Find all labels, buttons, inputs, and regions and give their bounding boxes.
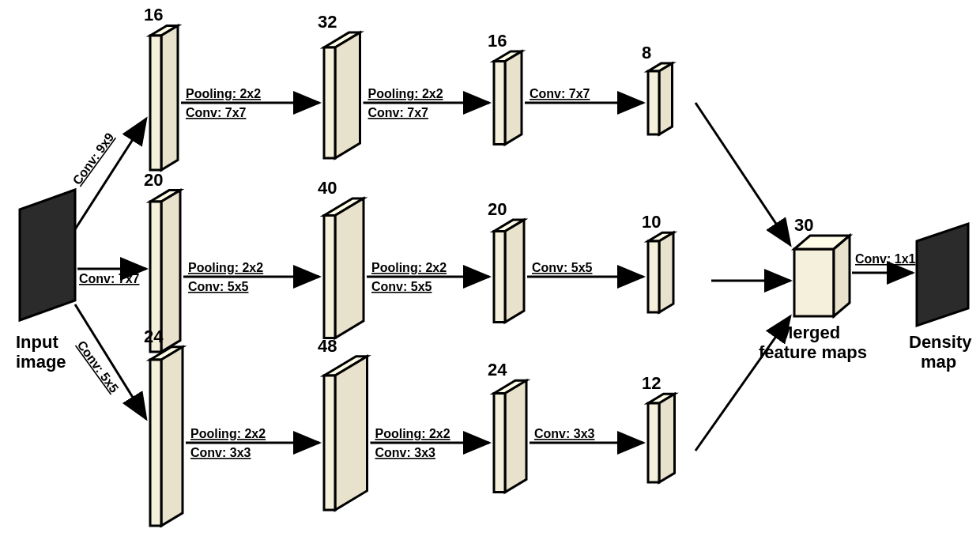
svg-marker-40 bbox=[834, 236, 850, 316]
svg-marker-13 bbox=[648, 71, 659, 134]
svg-marker-36 bbox=[659, 394, 675, 482]
branch-top-op-2-l1: Pooling: 2x2 bbox=[368, 87, 443, 100]
branch-top-op-2-l2: Conv: 7x7 bbox=[368, 106, 429, 119]
branch-bottom-op-3-l1: Conv: 3x3 bbox=[534, 427, 595, 440]
svg-marker-18 bbox=[335, 198, 364, 338]
branch-bottom-block-1-channels: 48 bbox=[318, 336, 337, 356]
branch-middle-op-2-l2: Conv: 5x5 bbox=[371, 280, 432, 293]
branch-bottom-block-2 bbox=[494, 380, 526, 492]
branch-top-block-3 bbox=[648, 63, 673, 134]
svg-marker-25 bbox=[648, 241, 659, 312]
svg-marker-21 bbox=[505, 220, 524, 322]
branches: 1632Pooling: 2x2Conv: 7x716Pooling: 2x2C… bbox=[144, 5, 675, 526]
branch-middle-block-3-channels: 10 bbox=[642, 212, 661, 232]
branch-bottom-op-1-l1: Pooling: 2x2 bbox=[190, 427, 266, 440]
svg-marker-33 bbox=[505, 380, 526, 492]
svg-marker-34 bbox=[494, 394, 505, 493]
branch-middle-op-3-l1: Conv: 5x5 bbox=[532, 261, 593, 274]
branch-top-op-1-l2: Conv: 7x7 bbox=[186, 106, 247, 119]
svg-marker-7 bbox=[324, 47, 335, 158]
branch-middle-block-3 bbox=[648, 232, 673, 312]
branch-middle-block-2-channels: 20 bbox=[488, 199, 507, 219]
branch-top-op-1-l1: Pooling: 2x2 bbox=[186, 87, 261, 100]
svg-marker-3 bbox=[161, 25, 178, 170]
merged-feature-maps-block bbox=[794, 236, 850, 316]
svg-marker-22 bbox=[494, 232, 505, 323]
branch-top-op-3-l1: Conv: 7x7 bbox=[530, 87, 590, 100]
init-conv-mid-label: Conv: 7x7 bbox=[79, 272, 140, 285]
svg-marker-24 bbox=[659, 232, 673, 312]
merged-channels-label: 30 bbox=[794, 215, 813, 235]
svg-marker-10 bbox=[494, 62, 505, 145]
branch-bottom-op-2-l2: Conv: 3x3 bbox=[375, 446, 436, 459]
svg-marker-6 bbox=[335, 32, 360, 158]
svg-marker-12 bbox=[659, 63, 673, 134]
branch-top-block-3-channels: 8 bbox=[642, 43, 651, 62]
svg-marker-31 bbox=[324, 376, 335, 510]
density-label-l2: map bbox=[921, 352, 956, 372]
input-label-line2: image bbox=[16, 352, 66, 372]
input-image-block bbox=[20, 190, 75, 320]
init-arrow-bot bbox=[75, 304, 146, 419]
branch-top-block-0-channels: 16 bbox=[144, 5, 163, 25]
branch-bottom-op-1-l2: Conv: 3x3 bbox=[190, 446, 251, 459]
branch-bottom-op-2-l1: Pooling: 2x2 bbox=[375, 427, 450, 440]
branch-bottom-block-0-channels: 24 bbox=[144, 327, 164, 346]
merged-label-l2: feature maps bbox=[759, 342, 867, 362]
svg-marker-9 bbox=[505, 51, 522, 145]
density-map-block bbox=[917, 224, 968, 326]
branch-top-block-1-channels: 32 bbox=[318, 12, 337, 32]
branch-top-block-2-channels: 16 bbox=[488, 31, 507, 51]
svg-marker-1 bbox=[20, 190, 75, 320]
branch-bottom-block-3-channels: 12 bbox=[642, 373, 661, 393]
init-conv-top-label: Conv: 9x9 bbox=[70, 130, 117, 187]
svg-marker-27 bbox=[161, 347, 183, 526]
input-label-line1: Input bbox=[16, 332, 58, 352]
branch-middle-op-2-l1: Pooling: 2x2 bbox=[371, 261, 447, 274]
branch-top-block-2 bbox=[494, 51, 522, 145]
branch-middle-op-1-l1: Pooling: 2x2 bbox=[188, 261, 263, 274]
branch-middle-block-0-channels: 20 bbox=[144, 170, 163, 190]
density-label-l1: Density bbox=[909, 332, 972, 352]
branch-middle-block-1 bbox=[324, 198, 364, 338]
branch-bottom-block-2-channels: 24 bbox=[488, 360, 507, 380]
merged-label-l1: Merged bbox=[778, 323, 840, 342]
svg-marker-4 bbox=[150, 36, 161, 170]
svg-marker-19 bbox=[324, 216, 335, 338]
merge-arrow-bot bbox=[695, 316, 790, 451]
branch-middle-block-2 bbox=[494, 220, 524, 322]
branch-top-block-1 bbox=[324, 32, 360, 158]
branch-bottom-block-1 bbox=[324, 357, 368, 510]
final-conv-label: Conv: 1x1 bbox=[855, 252, 916, 266]
svg-marker-28 bbox=[150, 360, 161, 526]
architecture-diagram: Input image 1632Pooling: 2x2Conv: 7x716P… bbox=[0, 0, 980, 540]
branch-bottom-block-0 bbox=[150, 347, 183, 526]
svg-marker-37 bbox=[648, 403, 659, 482]
branch-middle-block-1-channels: 40 bbox=[318, 178, 337, 198]
branch-top-block-0 bbox=[150, 25, 178, 170]
svg-marker-30 bbox=[335, 357, 368, 510]
svg-marker-41 bbox=[917, 224, 968, 326]
svg-marker-38 bbox=[794, 249, 834, 316]
branch-middle-op-1-l2: Conv: 5x5 bbox=[188, 280, 249, 293]
merge-arrow-top bbox=[695, 103, 790, 245]
branch-bottom-block-3 bbox=[648, 394, 675, 482]
svg-marker-15 bbox=[161, 191, 180, 352]
